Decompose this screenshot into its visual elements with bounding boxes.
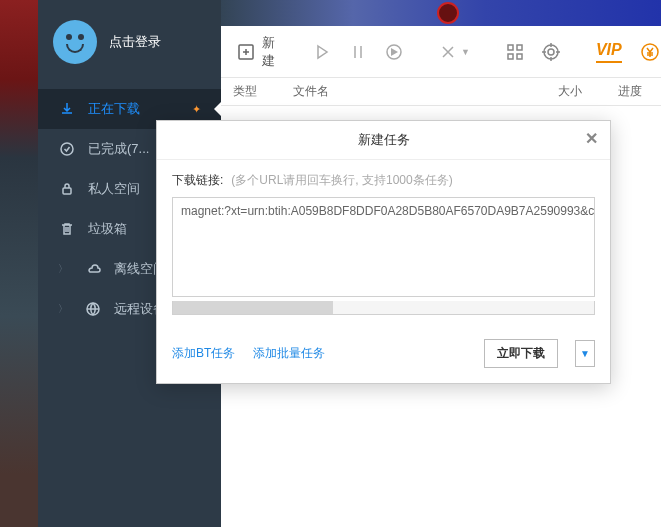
scrollbar-thumb[interactable] [173, 301, 333, 314]
lock-icon [58, 180, 76, 198]
plus-icon [236, 41, 256, 63]
check-circle-icon [58, 140, 76, 158]
download-icon [58, 100, 76, 118]
chevron-down-icon[interactable]: ▼ [461, 47, 470, 57]
nav-label: 垃圾箱 [88, 220, 127, 238]
background-image [0, 0, 38, 527]
header-type[interactable]: 类型 [221, 83, 281, 100]
svg-rect-6 [517, 45, 522, 50]
nav-label: 私人空间 [88, 180, 140, 198]
restart-icon[interactable] [385, 41, 403, 63]
header-filename[interactable]: 文件名 [281, 83, 546, 100]
column-headers: 类型 文件名 大小 进度 [221, 78, 661, 106]
trash-icon [58, 220, 76, 238]
target-icon[interactable] [542, 41, 560, 63]
svg-point-0 [61, 143, 73, 155]
header-progress[interactable]: 进度 [606, 83, 661, 100]
user-login-area[interactable]: 点击登录 [38, 0, 221, 89]
topbar-background [221, 0, 661, 26]
close-icon[interactable]: ✕ [585, 129, 598, 148]
chevron-right-icon: 〉 [58, 302, 68, 316]
cloud-icon [84, 260, 102, 278]
dialog-title-text: 新建任务 [358, 132, 410, 147]
dialog-label-row: 下载链接: (多个URL请用回车换行, 支持1000条任务) [172, 172, 595, 189]
add-batch-link[interactable]: 添加批量任务 [253, 345, 325, 362]
svg-rect-1 [63, 188, 71, 194]
coin-icon[interactable] [640, 41, 660, 63]
pause-icon[interactable] [349, 41, 367, 63]
nav-label: 正在下载 [88, 100, 140, 118]
svg-point-10 [548, 49, 554, 55]
add-bt-link[interactable]: 添加BT任务 [172, 345, 235, 362]
download-now-button[interactable]: 立即下载 [484, 339, 558, 368]
svg-rect-8 [517, 54, 522, 59]
toolbar: 新建 ▼ VIP [221, 26, 661, 78]
url-textarea[interactable] [172, 197, 595, 297]
svg-point-9 [544, 45, 558, 59]
new-label: 新建 [262, 34, 277, 70]
dialog-footer: 添加BT任务 添加批量任务 立即下载 ▼ [157, 327, 610, 383]
svg-rect-7 [508, 54, 513, 59]
vip-button[interactable]: VIP [596, 41, 622, 63]
close-decoration-icon [437, 2, 459, 24]
nav-label: 已完成(7... [88, 140, 149, 158]
header-size[interactable]: 大小 [546, 83, 606, 100]
url-hint: (多个URL请用回车换行, 支持1000条任务) [231, 172, 452, 189]
chevron-right-icon: 〉 [58, 262, 68, 276]
svg-rect-5 [508, 45, 513, 50]
url-label: 下载链接: [172, 172, 223, 189]
avatar [53, 20, 97, 64]
download-dropdown-button[interactable]: ▼ [575, 340, 595, 367]
new-task-dialog: 新建任务 ✕ 下载链接: (多个URL请用回车换行, 支持1000条任务) 添加… [156, 120, 611, 384]
dialog-title: 新建任务 ✕ [157, 121, 610, 160]
login-text: 点击登录 [109, 33, 161, 51]
globe-icon [84, 300, 102, 318]
fire-icon: ✦ [192, 103, 201, 116]
dialog-body: 下载链接: (多个URL请用回车换行, 支持1000条任务) [157, 160, 610, 327]
new-task-button[interactable]: 新建 [236, 34, 277, 70]
play-icon[interactable] [313, 41, 331, 63]
delete-icon[interactable] [439, 41, 457, 63]
grid-icon[interactable] [506, 41, 524, 63]
horizontal-scrollbar[interactable] [172, 301, 595, 315]
